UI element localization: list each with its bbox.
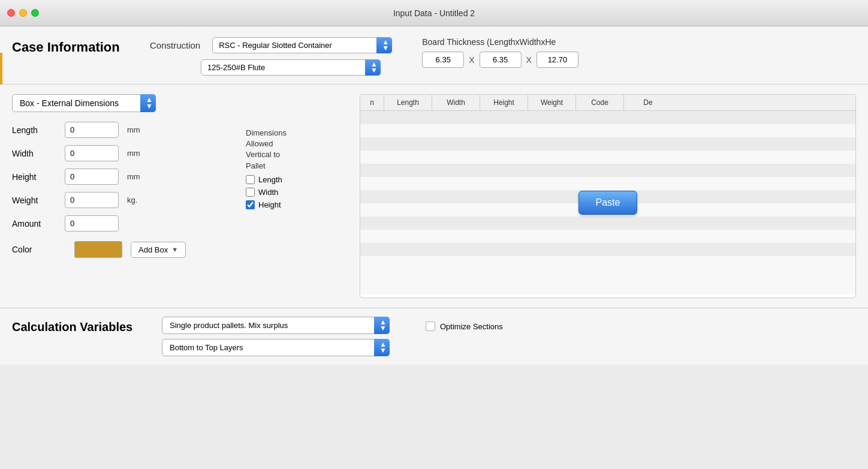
box-left-panel: Box - External Dimensions Box - Internal… [12, 94, 228, 298]
add-box-button[interactable]: Add Box ▼ [131, 242, 186, 258]
thickness-width-input[interactable]: 6.35 [480, 52, 522, 68]
board-thickness-label: Board Thickness (LengthxWidthxHe [422, 37, 578, 47]
calc-vars-title: Calculation Variables [12, 317, 144, 334]
width-input[interactable]: 0 [65, 145, 119, 161]
height-input[interactable]: 0 [65, 169, 119, 185]
add-box-label: Add Box [138, 245, 168, 254]
amount-row: Amount 0 [12, 215, 228, 232]
grid-col-code: Code [576, 95, 624, 110]
calc-vars-section: Calculation Variables Single product pal… [0, 308, 868, 365]
flute-select[interactable]: 125-250#B Flute 125-250#C Flute [201, 59, 381, 76]
pallet-select[interactable]: Single product pallets. Mix surplus Sing… [162, 317, 390, 334]
construction-label: Construction [150, 40, 200, 50]
length-input[interactable]: 0 [65, 122, 119, 138]
amount-input[interactable]: 0 [65, 215, 119, 232]
thickness-height-input[interactable]: 12.70 [537, 52, 578, 68]
thickness-x1: X [469, 55, 474, 65]
add-box-dropdown-arrow: ▼ [171, 246, 178, 253]
weight-input[interactable]: 0 [65, 192, 119, 208]
right-panel: n Length Width Height Weight Code De [360, 94, 856, 298]
optimize-row: Optimize Sections [426, 317, 503, 331]
form-rows: Length 0 mm Width 0 mm Height 0 mm Weigh… [12, 122, 228, 258]
grid-body: Paste [360, 111, 855, 294]
titlebar: Input Data - Untitled 2 [0, 0, 868, 26]
check-length-row: Length [246, 175, 342, 184]
grid-col-width: Width [432, 95, 480, 110]
box-dimensions-select-wrapper: Box - External Dimensions Box - Internal… [12, 94, 156, 112]
check-height-row: Height [246, 200, 342, 209]
grid-col-de: De [624, 95, 672, 110]
flute-select-wrapper: 125-250#B Flute 125-250#C Flute ▲▼ [201, 59, 381, 76]
width-label: Width [12, 149, 60, 158]
construction-select-wrapper: RSC - Regular Slotted Container HSC - Ha… [212, 37, 392, 53]
height-label: Height [12, 172, 60, 182]
grid-col-n: n [360, 95, 384, 110]
thickness-x2: X [526, 55, 532, 65]
optimize-label: Optimize Sections [440, 322, 503, 331]
grid-header: n Length Width Height Weight Code De [360, 95, 855, 111]
height-unit: mm [123, 172, 140, 181]
construction-select[interactable]: RSC - Regular Slotted Container HSC - Ha… [212, 37, 392, 53]
dimensions-allowed: Dimensions Allowed Vertical to Pallet Le… [246, 128, 342, 209]
grid-col-length: Length [384, 95, 432, 110]
board-thickness-values: 6.35 X 6.35 X 12.70 [422, 52, 578, 68]
weight-label: Weight [12, 196, 60, 205]
thickness-length-input[interactable]: 6.35 [422, 52, 464, 68]
check-width-row: Width [246, 188, 342, 197]
close-button[interactable] [7, 9, 15, 17]
board-thickness-section: Board Thickness (LengthxWidthxHe 6.35 X … [422, 35, 578, 68]
case-info-title: Case Information [12, 35, 132, 55]
data-grid: n Length Width Height Weight Code De [360, 94, 856, 298]
amount-label: Amount [12, 219, 60, 229]
grid-col-weight: Weight [528, 95, 576, 110]
dimensions-dropdown-row: Box - External Dimensions Box - Internal… [12, 94, 228, 112]
length-unit: mm [123, 125, 140, 134]
maximize-button[interactable] [31, 9, 39, 17]
optimize-checkbox[interactable] [426, 321, 435, 331]
case-info-section: Case Information Construction RSC - Regu… [0, 26, 868, 85]
paste-button[interactable]: Paste [578, 191, 638, 215]
length-label: Length [12, 125, 60, 135]
grid-col-height: Height [480, 95, 528, 110]
dimensions-allowed-title: Dimensions Allowed Vertical to Pallet [246, 128, 342, 172]
check-length-label: Length [258, 175, 282, 184]
width-unit: mm [123, 149, 140, 158]
box-section-inner: Box - External Dimensions Box - Internal… [12, 94, 856, 298]
color-label: Color [12, 245, 66, 254]
check-width-label: Width [258, 188, 278, 197]
pallet-select-wrapper: Single product pallets. Mix surplus Sing… [162, 317, 390, 334]
calc-selects: Single product pallets. Mix surplus Sing… [162, 317, 390, 356]
window-title: Input Data - Untitled 2 [393, 8, 475, 18]
box-dimensions-select[interactable]: Box - External Dimensions Box - Internal… [12, 94, 156, 112]
middle-panel: Dimensions Allowed Vertical to Pallet Le… [246, 94, 342, 298]
layer-select-wrapper: Bottom to Top Layers Top to Bottom Layer… [162, 339, 390, 356]
color-swatch[interactable] [74, 241, 122, 258]
check-height-checkbox[interactable] [246, 200, 255, 209]
length-row: Length 0 mm [12, 122, 228, 138]
traffic-lights [7, 9, 39, 17]
check-length-checkbox[interactable] [246, 175, 255, 184]
width-row: Width 0 mm [12, 145, 228, 161]
check-width-checkbox[interactable] [246, 188, 255, 197]
check-height-label: Height [258, 200, 281, 209]
weight-row: Weight 0 kg. [12, 192, 228, 208]
height-row: Height 0 mm [12, 169, 228, 185]
box-section: Box - External Dimensions Box - Internal… [0, 85, 868, 308]
weight-unit: kg. [123, 196, 137, 205]
layer-select[interactable]: Bottom to Top Layers Top to Bottom Layer… [162, 339, 390, 356]
color-row: Color Add Box ▼ [12, 241, 228, 258]
minimize-button[interactable] [19, 9, 27, 17]
